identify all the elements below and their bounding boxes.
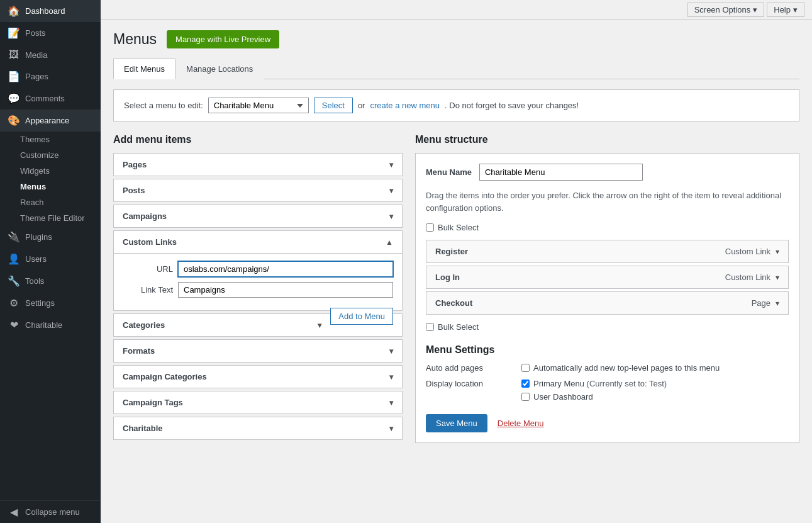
sidebar-item-charitable[interactable]: ❤ Charitable	[0, 314, 101, 336]
accordion-custom-links: Custom Links ▲ URL Link Text	[113, 230, 403, 311]
accordion-formats: Formats ▾	[113, 339, 403, 363]
create-new-menu-link[interactable]: create a new menu	[370, 101, 440, 110]
bulk-select-label[interactable]: Bulk Select	[438, 223, 479, 232]
sidebar-item-dashboard[interactable]: 🏠 Dashboard	[0, 0, 101, 22]
sidebar-sub-customize[interactable]: Customize	[0, 147, 101, 163]
select-menu-bar: Select a menu to edit: Charitable Menu S…	[113, 89, 799, 121]
sidebar-item-label: Posts	[25, 28, 46, 38]
sidebar-item-label: Media	[25, 50, 47, 60]
live-preview-button[interactable]: Manage with Live Preview	[167, 30, 279, 48]
chevron-down-icon: ▾	[318, 321, 321, 330]
auto-add-row: Auto add pages Automatically add new top…	[426, 363, 789, 373]
accordion-campaign-tags-header[interactable]: Campaign Tags ▾	[114, 391, 402, 413]
sidebar: 🏠 Dashboard 📝 Posts 🖼 Media 📄 Pages 💬 Co…	[0, 0, 101, 523]
sidebar-sub-widgets[interactable]: Widgets	[0, 163, 101, 179]
sidebar-item-plugins[interactable]: 🔌 Plugins	[0, 226, 101, 248]
add-to-menu-button[interactable]: Add to Menu	[330, 308, 393, 325]
accordion-pages-header[interactable]: Pages ▾	[114, 154, 402, 176]
sidebar-item-media[interactable]: 🖼 Media	[0, 44, 101, 65]
tab-manage-locations[interactable]: Manage Locations	[175, 59, 264, 79]
display-location-row: Display location Primary Menu (Currently…	[426, 379, 789, 402]
sidebar-item-users[interactable]: 👤 Users	[0, 248, 101, 270]
menu-structure-box: Menu Name Drag the items into the order …	[415, 153, 799, 443]
sidebar-item-label: Plugins	[25, 232, 52, 242]
menu-structure-heading: Menu structure	[415, 134, 799, 145]
add-menu-items-panel: Add menu items Pages ▾ Posts ▾	[113, 134, 403, 442]
appearance-icon: 🎨	[8, 115, 20, 127]
menu-item-checkout[interactable]: Checkout Page ▾	[426, 291, 789, 315]
sidebar-item-pages[interactable]: 📄 Pages	[0, 65, 101, 87]
chevron-down-icon[interactable]: ▾	[776, 299, 779, 308]
accordion-categories-header[interactable]: Categories ▾	[114, 314, 330, 336]
accordion-campaign-categories-header[interactable]: Campaign Categories ▾	[114, 366, 402, 388]
bulk-select-checkbox-top[interactable]	[426, 223, 434, 232]
sidebar-sub-themes[interactable]: Themes	[0, 132, 101, 147]
bulk-select-label-bottom[interactable]: Bulk Select	[438, 322, 479, 332]
menu-item-register[interactable]: Register Custom Link ▾	[426, 240, 789, 263]
menu-settings-heading: Menu Settings	[426, 344, 789, 356]
sidebar-item-posts[interactable]: 📝 Posts	[0, 22, 101, 44]
save-menu-button[interactable]: Save Menu	[426, 414, 487, 432]
help-button[interactable]: Help ▾	[767, 3, 804, 17]
sidebar-item-label: Appearance	[25, 116, 69, 125]
sidebar-item-label: Users	[25, 254, 47, 264]
chevron-down-icon: ▾	[389, 347, 393, 356]
auto-add-checkbox[interactable]	[521, 364, 530, 372]
chevron-down-icon[interactable]: ▾	[776, 273, 779, 282]
chevron-down-icon: ▾	[389, 424, 393, 433]
accordion-posts-header[interactable]: Posts ▾	[114, 179, 402, 201]
menu-name-label: Menu Name	[426, 167, 472, 177]
pages-icon: 📄	[8, 70, 20, 82]
plugins-icon: 🔌	[8, 231, 20, 243]
url-input[interactable]	[178, 261, 393, 277]
menu-structure-panel: Menu structure Menu Name Drag the items …	[415, 134, 799, 443]
primary-menu-row: Primary Menu (Currently set to: Test)	[521, 379, 667, 388]
accordion-campaigns-header[interactable]: Campaigns ▾	[114, 205, 402, 227]
menu-select-dropdown[interactable]: Charitable Menu	[208, 98, 309, 113]
screen-options-button[interactable]: Screen Options ▾	[687, 3, 765, 17]
sidebar-item-label: Pages	[25, 72, 48, 81]
sidebar-item-comments[interactable]: 💬 Comments	[0, 87, 101, 110]
menu-item-label: Checkout	[435, 298, 472, 308]
primary-menu-checkbox[interactable]	[521, 380, 530, 388]
sidebar-sub-reach[interactable]: Reach	[0, 194, 101, 210]
sidebar-item-label: Comments	[25, 94, 65, 103]
tab-edit-menus[interactable]: Edit Menus	[113, 59, 175, 79]
display-location-label: Display location	[426, 379, 514, 402]
accordion-charitable: Charitable ▾	[113, 417, 403, 440]
link-text-input[interactable]	[178, 282, 393, 298]
user-dashboard-checkbox[interactable]	[521, 393, 530, 401]
accordion-custom-links-header[interactable]: Custom Links ▲	[114, 231, 402, 253]
sidebar-item-tools[interactable]: 🔧 Tools	[0, 270, 101, 292]
chevron-up-icon: ▲	[386, 238, 393, 247]
collapse-menu-btn[interactable]: ◀ Collapse menu	[0, 500, 101, 523]
sidebar-sub-theme-file-editor[interactable]: Theme File Editor	[0, 210, 101, 226]
sidebar-item-settings[interactable]: ⚙ Settings	[0, 292, 101, 314]
user-dashboard-label[interactable]: User Dashboard	[533, 392, 593, 402]
chevron-down-icon: ▾	[389, 398, 393, 407]
menu-name-input[interactable]	[479, 164, 643, 181]
delete-menu-button[interactable]: Delete Menu	[498, 419, 544, 428]
auto-add-label: Auto add pages	[426, 363, 514, 373]
accordion-formats-header[interactable]: Formats ▾	[114, 340, 402, 362]
url-label: URL	[123, 264, 173, 274]
accordion-charitable-header[interactable]: Charitable ▾	[114, 417, 402, 439]
sidebar-sub-menus[interactable]: Menus	[0, 179, 101, 194]
chevron-down-icon[interactable]: ▾	[776, 247, 779, 256]
select-menu-button[interactable]: Select	[314, 98, 353, 113]
bulk-select-checkbox-bottom[interactable]	[426, 323, 434, 331]
users-icon: 👤	[8, 253, 20, 265]
tools-icon: 🔧	[8, 275, 20, 287]
accordion-pages: Pages ▾	[113, 153, 403, 176]
sidebar-item-label: Settings	[25, 298, 55, 308]
collapse-label: Collapse menu	[25, 507, 80, 517]
sidebar-item-label: Charitable	[25, 320, 62, 330]
sidebar-item-appearance[interactable]: 🎨 Appearance	[0, 110, 101, 132]
primary-menu-label[interactable]: Primary Menu (Currently set to: Test)	[533, 379, 667, 388]
dashboard-icon: 🏠	[8, 5, 20, 17]
menu-item-login[interactable]: Log In Custom Link ▾	[426, 266, 789, 289]
auto-add-checkbox-label[interactable]: Automatically add new top-level pages to…	[533, 363, 720, 373]
menu-settings-section: Menu Settings Auto add pages Automatical…	[426, 344, 789, 402]
media-icon: 🖼	[8, 49, 20, 60]
sidebar-item-label: Tools	[25, 276, 44, 286]
